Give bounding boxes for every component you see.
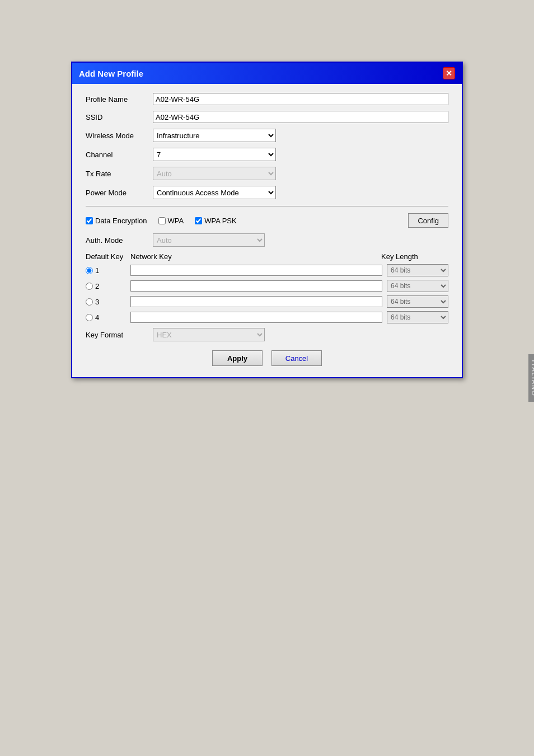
apply-button[interactable]: Apply (212, 350, 263, 366)
key2-radio[interactable] (86, 283, 93, 290)
key-length-header: Key Length (381, 252, 448, 261)
data-encryption-label: Data Encryption (95, 217, 147, 225)
key1-label: 1 (95, 266, 99, 275)
key4-radio[interactable] (86, 314, 93, 321)
auth-mode-label: Auth. Mode (86, 236, 153, 245)
wpa-psk-checkbox-label[interactable]: WPA PSK (195, 217, 237, 225)
key2-length-select[interactable]: 64 bits 128 bits (387, 280, 448, 292)
power-mode-row: Power Mode Continuous Access Mode Power … (86, 186, 448, 199)
key4-length-select[interactable]: 64 bits 128 bits (387, 311, 448, 323)
auth-mode-row: Auth. Mode Auto Open System Shared Key (86, 233, 448, 247)
key-row-4: 4 64 bits 128 bits (86, 311, 448, 323)
key2-input[interactable] (130, 280, 382, 292)
dialog-content: Profile Name SSID Wireless Mode Infrastr… (72, 84, 462, 377)
divider-1 (86, 206, 448, 206)
channel-label: Channel (86, 151, 153, 159)
key4-label: 4 (95, 313, 99, 322)
key-row-3: 3 64 bits 128 bits (86, 295, 448, 308)
wireless-mode-select[interactable]: Infrastructure Ad-Hoc (153, 129, 276, 142)
key1-length-select[interactable]: 64 bits 128 bits (387, 264, 448, 276)
key-format-select[interactable]: HEX ASCII (153, 328, 265, 341)
profile-name-label: Profile Name (86, 95, 153, 104)
key2-label: 2 (95, 282, 99, 290)
default-key-header: Default Key (86, 252, 130, 261)
power-mode-select[interactable]: Continuous Access Mode Power Save Mode (153, 186, 276, 199)
tx-rate-select[interactable]: Auto (153, 167, 276, 180)
key3-radio-label[interactable]: 3 (86, 298, 130, 306)
wireless-mode-label: Wireless Mode (86, 132, 153, 140)
dialog-title: Add New Profile (79, 69, 143, 78)
wpa-psk-checkbox[interactable] (195, 217, 202, 224)
wpa-label: WPA (168, 217, 184, 225)
profile-name-row: Profile Name (86, 93, 448, 105)
power-mode-label: Power Mode (86, 189, 153, 197)
channel-select[interactable]: 7 1234 5689 1011 (153, 148, 276, 161)
wpa-checkbox-label[interactable]: WPA (158, 217, 184, 225)
title-bar: Add New Profile ✕ (72, 63, 462, 84)
add-new-profile-dialog: Add New Profile ✕ Profile Name SSID Wire… (71, 62, 463, 378)
network-key-header: Network Key (130, 252, 381, 261)
key-row-2: 2 64 bits 128 bits (86, 280, 448, 292)
key1-radio[interactable] (86, 267, 93, 274)
key-format-row: Key Format HEX ASCII (86, 328, 448, 341)
ssid-label: SSID (86, 113, 153, 121)
key3-label: 3 (95, 298, 99, 306)
key-format-label: Key Format (86, 331, 153, 339)
key-row-1: 1 64 bits 128 bits (86, 264, 448, 276)
config-button[interactable]: Config (408, 213, 448, 228)
side-tab: ITALIANO (528, 354, 534, 402)
data-encryption-checkbox-label[interactable]: Data Encryption (86, 217, 147, 225)
close-button[interactable]: ✕ (443, 67, 455, 79)
key4-radio-label[interactable]: 4 (86, 313, 130, 322)
wpa-checkbox[interactable] (158, 217, 166, 224)
key4-input[interactable] (130, 312, 382, 323)
keys-header: Default Key Network Key Key Length (86, 252, 448, 261)
wpa-psk-label: WPA PSK (204, 217, 237, 225)
cancel-button[interactable]: Cancel (271, 350, 322, 366)
key1-input[interactable] (130, 265, 382, 276)
data-encryption-checkbox[interactable] (86, 217, 93, 224)
bottom-buttons: Apply Cancel (86, 350, 448, 366)
wireless-mode-row: Wireless Mode Infrastructure Ad-Hoc (86, 129, 448, 142)
ssid-row: SSID (86, 111, 448, 123)
ssid-input[interactable] (153, 111, 448, 123)
channel-row: Channel 7 1234 5689 1011 (86, 148, 448, 161)
key1-radio-label[interactable]: 1 (86, 266, 130, 275)
tx-rate-label: Tx Rate (86, 170, 153, 178)
profile-name-input[interactable] (153, 93, 448, 105)
key2-radio-label[interactable]: 2 (86, 282, 130, 290)
encryption-row: Data Encryption WPA WPA PSK Config (86, 213, 448, 228)
key3-radio[interactable] (86, 298, 93, 306)
key3-length-select[interactable]: 64 bits 128 bits (387, 295, 448, 308)
auth-mode-select[interactable]: Auto Open System Shared Key (153, 233, 265, 247)
tx-rate-row: Tx Rate Auto (86, 167, 448, 180)
key3-input[interactable] (130, 296, 382, 307)
